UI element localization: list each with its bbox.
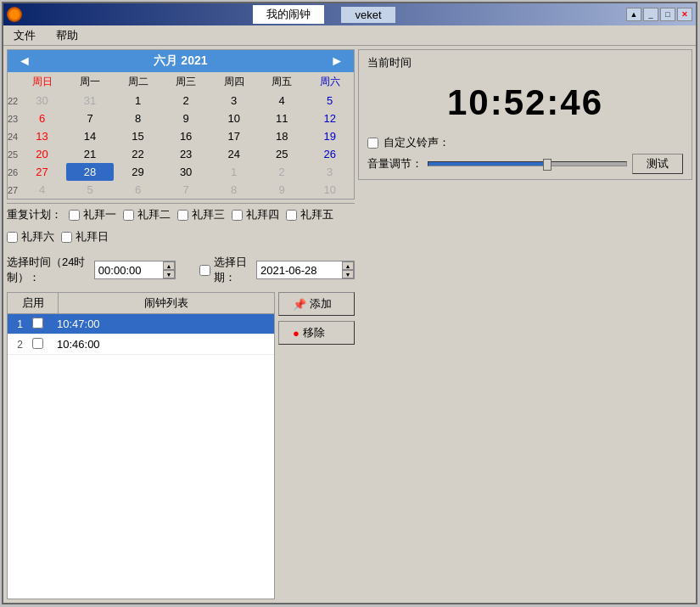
calendar-day[interactable]: 1	[210, 163, 258, 181]
calendar-day[interactable]: 4	[18, 181, 66, 199]
calendar-day[interactable]: 25	[258, 145, 306, 163]
calendar-day[interactable]: 12	[305, 110, 354, 127]
calendar-day[interactable]: 17	[210, 127, 258, 145]
checkbox-friday[interactable]	[286, 210, 297, 221]
alarm-row[interactable]: 110:47:00	[8, 314, 274, 334]
calendar-day[interactable]: 28	[66, 163, 115, 181]
repeat-tuesday[interactable]: 礼拜二	[123, 207, 171, 222]
weekday-sun: 周日	[18, 72, 66, 92]
calendar-day[interactable]: 7	[66, 110, 115, 127]
calendar-day[interactable]: 21	[66, 145, 115, 163]
weekday-fri: 周五	[258, 72, 306, 92]
checkbox-tuesday[interactable]	[123, 210, 134, 221]
ringtone-checkbox[interactable]	[367, 138, 378, 149]
calendar-day[interactable]: 2	[162, 92, 210, 110]
calendar-day[interactable]: 31	[66, 92, 115, 110]
calendar-day[interactable]: 30	[162, 163, 210, 181]
calendar-day[interactable]: 3	[305, 163, 354, 181]
maximize-button[interactable]: □	[660, 8, 675, 21]
title-bar-left	[7, 7, 22, 22]
calendar-day[interactable]: 5	[66, 181, 115, 199]
date-input[interactable]	[257, 262, 342, 278]
calendar-day[interactable]: 8	[114, 110, 162, 127]
calendar-day[interactable]: 2	[258, 163, 306, 181]
weekday-thu: 周四	[210, 72, 258, 92]
calendar-day[interactable]: 18	[258, 127, 306, 145]
app-logo-icon	[7, 7, 22, 22]
calendar-day[interactable]: 4	[258, 92, 306, 110]
up-arrow-icon[interactable]: ▲	[626, 8, 641, 21]
calendar-day[interactable]: 24	[210, 145, 258, 163]
calendar-day[interactable]: 5	[305, 92, 354, 110]
repeat-sunday[interactable]: 礼拜日	[61, 229, 109, 244]
test-button[interactable]: 测试	[632, 154, 683, 174]
current-time-label: 当前时间	[367, 55, 683, 70]
alarm-enable-checkbox[interactable]	[32, 318, 43, 329]
checkbox-thursday[interactable]	[232, 210, 243, 221]
calendar-day[interactable]: 27	[18, 163, 66, 181]
custom-ringtone-row: 自定义铃声：	[367, 135, 683, 150]
time-increment-button[interactable]: ▲	[163, 261, 175, 270]
calendar-day[interactable]: 10	[210, 110, 258, 127]
remove-button[interactable]: ● 移除	[278, 321, 355, 345]
close-button[interactable]: ✕	[677, 8, 692, 21]
date-checkbox[interactable]	[199, 265, 210, 276]
week-number: 27	[8, 181, 18, 199]
calendar-day[interactable]: 3	[210, 92, 258, 110]
calendar-day[interactable]: 30	[18, 92, 66, 110]
date-decrement-button[interactable]: ▼	[342, 270, 354, 278]
repeat-wednesday[interactable]: 礼拜三	[177, 207, 225, 222]
calendar-day[interactable]: 6	[114, 181, 162, 199]
calendar-day[interactable]: 8	[210, 181, 258, 199]
volume-slider[interactable]	[428, 161, 627, 166]
time-display: 10:52:46	[367, 74, 683, 132]
checkbox-sunday[interactable]	[61, 232, 72, 243]
time-decrement-button[interactable]: ▼	[163, 270, 175, 278]
volume-thumb[interactable]	[543, 159, 552, 171]
time-select-row: 选择时间（24时制）： ▲ ▼ 选择日期： ▲ ▼	[7, 251, 355, 289]
checkbox-monday[interactable]	[69, 210, 80, 221]
repeat-saturday[interactable]: 礼拜六	[7, 229, 54, 244]
calendar-day[interactable]: 9	[162, 110, 210, 127]
alarm-area: 启用 闹钟列表 110:47:00210:46:00 📌 添加 ● 移除	[7, 292, 355, 599]
prev-month-button[interactable]: ◄	[14, 53, 35, 69]
date-select-label: 选择日期：	[214, 255, 249, 285]
next-month-button[interactable]: ►	[327, 53, 347, 69]
calendar-month-year: 六月 2021	[154, 53, 207, 69]
calendar-day[interactable]: 7	[162, 181, 210, 199]
menu-help[interactable]: 帮助	[49, 26, 85, 45]
repeat-monday[interactable]: 礼拜一	[69, 207, 116, 222]
calendar-day[interactable]: 1	[114, 92, 162, 110]
calendar-day[interactable]: 19	[305, 127, 354, 145]
calendar-day[interactable]: 22	[114, 145, 162, 163]
calendar-day[interactable]: 29	[114, 163, 162, 181]
minimize-button[interactable]: _	[643, 8, 658, 21]
calendar-day[interactable]: 16	[162, 127, 210, 145]
calendar-day[interactable]: 14	[66, 127, 115, 145]
alarm-list-section: 启用 闹钟列表 110:47:00210:46:00	[7, 292, 275, 599]
repeat-friday[interactable]: 礼拜五	[286, 207, 333, 222]
calendar-day[interactable]: 26	[305, 145, 354, 163]
calendar-day[interactable]: 23	[162, 145, 210, 163]
calendar-day[interactable]: 6	[18, 110, 66, 127]
tab-alarm-clock[interactable]: 我的闹钟	[253, 5, 324, 24]
date-increment-button[interactable]: ▲	[342, 261, 354, 270]
checkbox-wednesday[interactable]	[177, 210, 188, 221]
date-select-checkbox[interactable]: 选择日期：	[199, 255, 249, 285]
repeat-thursday[interactable]: 礼拜四	[232, 207, 279, 222]
alarm-row[interactable]: 210:46:00	[8, 334, 274, 355]
add-label: 添加	[310, 296, 332, 312]
calendar-day[interactable]: 20	[18, 145, 66, 163]
time-input[interactable]	[95, 262, 163, 278]
time-input-container: ▲ ▼	[94, 261, 176, 279]
calendar-day[interactable]: 11	[258, 110, 306, 127]
menu-file[interactable]: 文件	[7, 26, 42, 45]
alarm-enable-checkbox[interactable]	[32, 338, 43, 349]
add-button[interactable]: 📌 添加	[278, 292, 355, 316]
calendar-day[interactable]: 15	[114, 127, 162, 145]
calendar-day[interactable]: 10	[305, 181, 354, 199]
calendar-day[interactable]: 9	[258, 181, 306, 199]
calendar-day[interactable]: 13	[18, 127, 66, 145]
checkbox-saturday[interactable]	[7, 232, 18, 243]
tab-veket[interactable]: veket	[341, 7, 395, 23]
